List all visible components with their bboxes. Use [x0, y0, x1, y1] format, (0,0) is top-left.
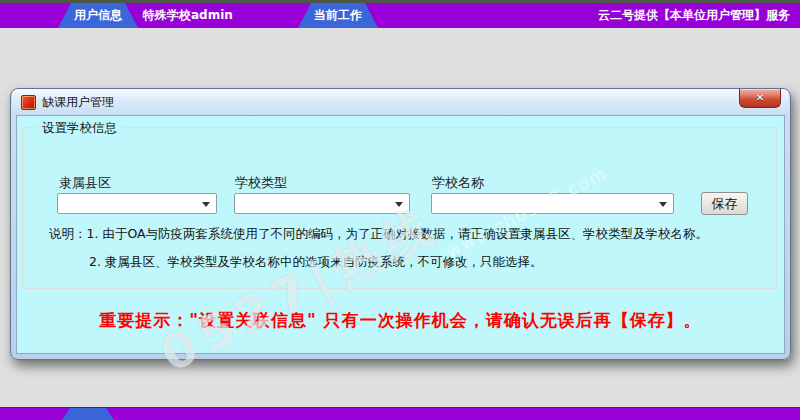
school-name-combobox[interactable]	[431, 193, 674, 214]
explanation-line-1: 说明：1. 由于OA与防疫两套系统使用了不同的编码，为了正确对接数据，请正确设置…	[49, 226, 708, 243]
tab-user-info[interactable]: 用户信息	[58, 3, 138, 28]
dialog-title: 缺课用户管理	[42, 94, 114, 111]
logged-in-user-label: 特殊学校admin	[143, 3, 233, 28]
dropdown-arrow-icon[interactable]	[659, 202, 667, 207]
close-icon: ✕	[756, 92, 764, 103]
school-type-combobox[interactable]	[234, 193, 410, 214]
tab-current-work[interactable]: 当前工作	[298, 3, 378, 28]
bottom-bar-tab[interactable]	[62, 408, 114, 420]
groupbox-title: 设置学校信息	[37, 120, 122, 137]
close-button[interactable]: ✕	[739, 89, 781, 108]
dropdown-arrow-icon[interactable]	[202, 202, 210, 207]
explanation-line-2: 2. 隶属县区、学校类型及学校名称中的选项来自防疫系统，不可修改，只能选择。	[89, 254, 542, 271]
school-type-label: 学校类型	[235, 174, 287, 192]
bottom-bar	[0, 407, 800, 420]
dialog-titlebar[interactable]: 缺课用户管理	[12, 89, 789, 115]
dialog-client-area: 设置学校信息 隶属县区 学校类型 学校名称 保存 说明：1. 由于OA与防疫两套…	[16, 115, 785, 354]
save-button[interactable]: 保存	[701, 192, 748, 215]
district-label: 隶属县区	[59, 174, 111, 192]
top-navigation-bar: 用户信息 特殊学校admin 当前工作 云二号提供【本单位用户管理】服务	[0, 0, 800, 28]
district-combobox[interactable]	[57, 193, 217, 214]
important-warning-text: 重要提示："设置关联信息" 只有一次操作机会，请确认无误后再【保存】。	[17, 309, 784, 332]
dropdown-arrow-icon[interactable]	[395, 202, 403, 207]
service-provider-label: 云二号提供【本单位用户管理】服务	[598, 3, 790, 28]
app-icon	[21, 95, 36, 110]
school-name-label: 学校名称	[432, 174, 484, 192]
dialog-window: 缺课用户管理 ✕ 设置学校信息 隶属县区 学校类型 学校名称	[10, 88, 791, 360]
screen: 用户信息 特殊学校admin 当前工作 云二号提供【本单位用户管理】服务 缺课用…	[0, 0, 800, 420]
